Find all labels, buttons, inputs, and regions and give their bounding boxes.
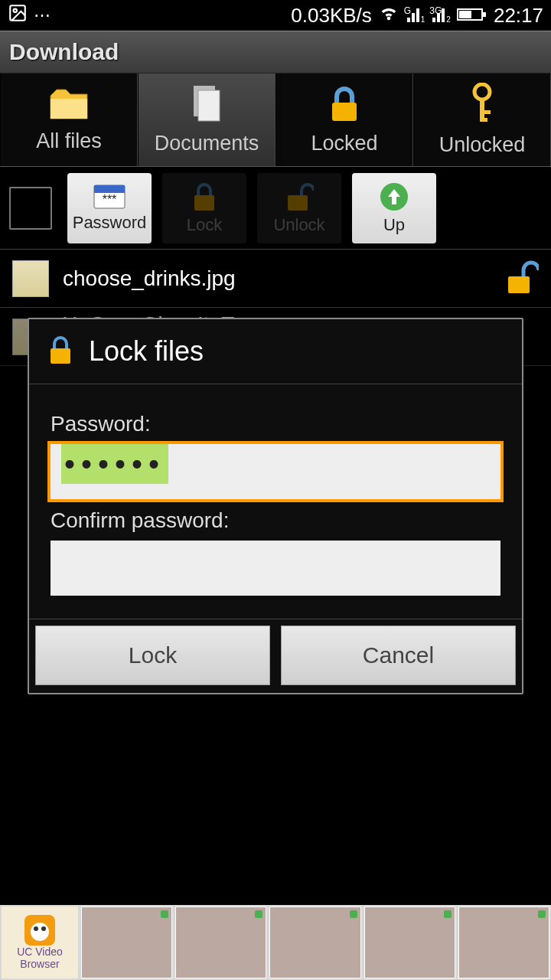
clock: 22:17: [494, 4, 543, 28]
svg-rect-11: [480, 118, 487, 122]
tab-all-files[interactable]: All files: [0, 74, 138, 166]
banner-thumb[interactable]: [175, 906, 266, 978]
key-icon: [468, 83, 496, 129]
documents-icon: [189, 84, 224, 127]
tab-label: Documents: [155, 132, 259, 155]
folder-icon: [47, 87, 90, 125]
svg-rect-9: [480, 98, 484, 121]
svg-rect-16: [288, 195, 308, 211]
lock-icon: [47, 335, 73, 368]
dialog-title: Lock files: [89, 335, 204, 368]
file-row[interactable]: choose_drinks.jpg: [0, 250, 551, 308]
locked-icon: [328, 84, 361, 127]
tab-locked[interactable]: Locked: [276, 74, 413, 166]
action-label: Password: [73, 213, 147, 233]
unlock-button[interactable]: Unlock: [257, 173, 341, 243]
page-title: Download: [9, 39, 119, 65]
svg-rect-19: [51, 348, 70, 364]
wifi-icon: [378, 2, 399, 29]
data-speed: 0.03KB/s: [291, 4, 372, 28]
banner-thumb[interactable]: [364, 906, 455, 978]
tab-label: Unlocked: [439, 133, 526, 157]
banner-thumb[interactable]: [458, 906, 549, 978]
sim1-label: G: [404, 5, 411, 16]
more-icon: ⋯: [34, 5, 51, 25]
password-button[interactable]: *** Password: [67, 173, 152, 243]
unlock-status-icon: [505, 260, 539, 298]
svg-rect-13: [94, 185, 125, 193]
svg-rect-6: [198, 90, 220, 121]
ucbrowser-icon: [24, 915, 55, 946]
action-bar: *** Password Lock Unlock Up: [0, 167, 551, 250]
lock-action-icon: [191, 181, 217, 212]
action-label: Lock: [187, 215, 222, 235]
tab-label: Locked: [311, 132, 377, 155]
file-name: choose_drinks.jpg: [63, 266, 491, 291]
banner-app-label: UC Video: [17, 946, 63, 958]
svg-rect-10: [480, 110, 491, 114]
image-icon: [8, 3, 28, 28]
svg-point-1: [14, 9, 17, 12]
app-header: Download: [0, 31, 551, 74]
unlock-action-icon: [285, 181, 314, 212]
banner-app-label2: Browser: [20, 958, 59, 970]
tab-label: All files: [36, 129, 102, 153]
file-thumb: [12, 260, 49, 297]
action-label: Unlock: [273, 215, 324, 235]
lock-button[interactable]: Lock: [162, 173, 246, 243]
tab-unlocked[interactable]: Unlocked: [413, 74, 551, 166]
dialog-lock-button[interactable]: Lock: [35, 626, 270, 685]
lock-files-dialog: Lock files Password: •••••• Confirm pass…: [28, 318, 523, 694]
svg-point-23: [41, 926, 46, 931]
svg-rect-3: [459, 11, 471, 18]
confirm-password-input[interactable]: [51, 541, 500, 596]
banner-app-link[interactable]: UC Video Browser: [2, 906, 78, 978]
status-bar: ⋯ 0.03KB/s G 1 3G 2 22:17: [0, 0, 551, 31]
up-icon: [379, 181, 409, 212]
banner-thumb[interactable]: [81, 906, 172, 978]
tab-documents[interactable]: Documents: [138, 74, 276, 166]
svg-rect-18: [508, 276, 530, 293]
password-input[interactable]: ••••••: [51, 444, 500, 499]
battery-icon: [457, 4, 487, 28]
bottom-banner[interactable]: UC Video Browser: [0, 905, 551, 980]
action-label: Up: [383, 215, 405, 235]
svg-rect-7: [332, 103, 357, 121]
tab-bar: All files Documents Locked Unlocked: [0, 74, 551, 167]
up-button[interactable]: Up: [352, 173, 436, 243]
svg-text:***: ***: [103, 193, 117, 206]
svg-point-22: [34, 926, 38, 931]
dialog-cancel-button[interactable]: Cancel: [281, 626, 516, 685]
select-all-checkbox[interactable]: [9, 187, 52, 230]
password-label: Password:: [51, 412, 500, 436]
svg-rect-15: [194, 195, 214, 211]
svg-point-8: [474, 84, 490, 100]
svg-point-21: [31, 923, 49, 941]
password-icon: ***: [93, 184, 126, 210]
banner-thumb[interactable]: [269, 906, 360, 978]
sim2-label: 3G: [429, 5, 442, 16]
svg-rect-4: [483, 12, 486, 17]
confirm-password-label: Confirm password:: [51, 508, 500, 533]
